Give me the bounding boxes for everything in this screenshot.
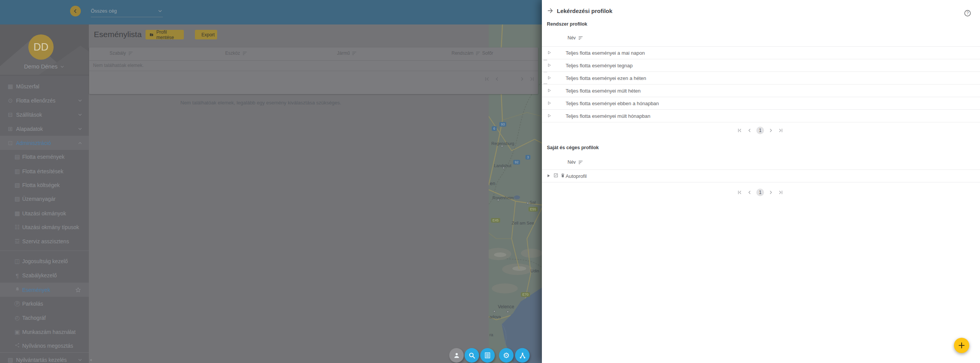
sidebar-item-tachograf[interactable]: ◴ Tachográf <box>0 311 89 325</box>
profile-row[interactable]: Teljes flotta eseményei múlt héten <box>542 85 980 97</box>
sidebar-item-nyilvanos-megosztas[interactable]: Nyílvános megosztás <box>0 339 89 353</box>
sidebar: DD Demo Dénes ▦ Műszerfal ⊙ Flotta ellen… <box>0 24 89 363</box>
sort-icon <box>578 36 583 40</box>
sidebar-item-utazasi-okmanyok[interactable]: ▩ Utazási okmányok <box>0 206 89 220</box>
profile-row[interactable]: Teljes flotta eseményei ezen a héten <box>542 72 980 85</box>
map-city-marker <box>493 310 496 313</box>
column-header-jarmu[interactable]: Jármű <box>337 50 357 56</box>
sidebar-item-flotta-ertesitesek[interactable]: ▥ Flotta értesítések <box>0 164 89 178</box>
sidebar-item-utazasi-okmany-tipusok[interactable]: ☷ Utazási okmány típusok <box>0 220 89 234</box>
dashboard-icon: ▦ <box>6 83 15 90</box>
results-list-button[interactable] <box>480 348 495 363</box>
map-settings-button[interactable]: ⚙ <box>499 348 514 363</box>
sort-icon <box>476 51 481 55</box>
search-icon <box>468 352 476 359</box>
run-profile-icon[interactable] <box>547 49 551 56</box>
profile-row[interactable]: Teljes flotta eseményei tegnap <box>542 59 980 72</box>
chevron-down-icon <box>60 64 65 69</box>
sidebar-item-nyilvantartas-kezeles[interactable]: ▧ Nyilvántartás kezelés <box>0 353 89 363</box>
last-page-button[interactable] <box>529 76 535 82</box>
page-number[interactable]: 1 <box>756 189 764 196</box>
sort-icon <box>352 51 357 55</box>
run-profile-icon[interactable] <box>547 87 551 94</box>
road-shield: E70 <box>521 292 530 297</box>
sidebar-item-uzemanyagar[interactable]: ▨ Üzemanyagár <box>0 192 89 206</box>
profile-row[interactable]: Teljes flotta eseményei a mai napon <box>542 47 980 59</box>
custom-name-column-header[interactable]: Név <box>568 160 583 165</box>
edit-icon[interactable] <box>553 173 558 179</box>
sidebar-item-jogosultsag-kezelo[interactable]: ◫ Jogosultság kezelő <box>0 254 89 268</box>
profile-row[interactable]: Autoprofil <box>542 170 980 182</box>
company-selector[interactable]: Összes cég <box>91 5 163 17</box>
run-profile-icon[interactable] <box>547 112 551 119</box>
road-shield: E55 <box>528 207 538 212</box>
run-profile-icon[interactable] <box>547 75 551 81</box>
profile-row[interactable]: Teljes flotta eseményei múlt hónapban <box>542 110 980 122</box>
save-profile-button[interactable]: Profil mentése <box>146 30 184 39</box>
user-menu[interactable]: Demo Dénes <box>0 63 89 70</box>
map-search-button[interactable] <box>465 348 479 363</box>
sidebar-item-flotta-ellenorzes[interactable]: ⊙ Flotta ellenőrzés <box>0 93 89 107</box>
sort-icon <box>128 51 133 55</box>
sidebar-item-esemenyek[interactable]: Események <box>0 283 89 297</box>
prev-page-button[interactable] <box>494 76 500 82</box>
system-profiles-label: Rendszer profilok <box>547 21 587 27</box>
sidebar-item-szabalykezelo[interactable]: ¶ Szabálykezelő <box>0 268 89 282</box>
scrollbar-left-arrow[interactable]: ◂ <box>90 357 92 362</box>
service-assistant-icon: ☲ <box>13 238 21 245</box>
next-page-button[interactable] <box>519 76 525 82</box>
page-title: Eseménylista <box>94 30 142 39</box>
prev-page-button[interactable] <box>746 189 753 195</box>
column-header-sofor[interactable]: Sofőr <box>482 50 493 56</box>
fuel-price-icon: ▨ <box>13 195 21 202</box>
profile-row[interactable]: Teljes flotta eseményei ebben a hónapban <box>542 97 980 110</box>
first-page-button[interactable] <box>736 127 743 133</box>
run-profile-icon[interactable] <box>546 173 551 179</box>
sidebar-item-muszerfal[interactable]: ▦ Műszerfal <box>0 79 89 93</box>
person-icon <box>453 352 460 359</box>
prev-page-button[interactable] <box>746 127 753 133</box>
sidebar-item-munkaszam-hasznalat[interactable]: ▣ Munkaszám használat <box>0 325 89 339</box>
page-number[interactable]: 1 <box>756 127 764 134</box>
road-shield: 92 <box>513 160 520 164</box>
sidebar-item-szerviz-asszisztens[interactable]: ☲ Szerviz asszisztens <box>0 234 89 248</box>
travel-documents-icon: ▩ <box>13 210 21 217</box>
sidebar-item-flotta-koltsegek[interactable]: ▧ Flotta költségek <box>0 178 89 192</box>
column-header-eszkoz[interactable]: Eszköz <box>225 50 247 56</box>
avatar[interactable]: DD <box>28 34 54 60</box>
custom-profiles-label: Saját és céges profilok <box>547 145 599 150</box>
share-icon <box>13 342 21 349</box>
last-page-button[interactable] <box>778 189 784 195</box>
work-number-icon: ▣ <box>13 329 21 335</box>
column-header-rendszam[interactable]: Rendszám <box>452 50 481 56</box>
sidebar-item-alapadatok[interactable]: ⊞ Alapadatok <box>0 122 89 136</box>
sidebar-item-parkolas[interactable]: Ⓟ Parkolás <box>0 296 89 311</box>
collapse-panel-button[interactable] <box>547 7 554 16</box>
sidebar-item-szallitasok[interactable]: ⊟ Szállítások <box>0 107 89 122</box>
route-button[interactable] <box>515 348 530 363</box>
add-profile-fab[interactable] <box>954 338 969 353</box>
run-profile-icon[interactable] <box>547 100 551 107</box>
column-header-szabaly[interactable]: Szabály <box>110 50 133 56</box>
last-page-button[interactable] <box>778 127 784 133</box>
favorite-star-icon[interactable] <box>75 287 81 293</box>
delete-icon[interactable] <box>560 173 565 179</box>
next-page-button[interactable] <box>768 127 774 133</box>
system-name-column-header[interactable]: Név <box>568 35 583 41</box>
back-button[interactable] <box>70 6 81 16</box>
first-page-button[interactable] <box>736 189 743 195</box>
first-page-button[interactable] <box>484 76 490 82</box>
help-button[interactable]: ? <box>964 10 971 17</box>
map-city-label: Zell am See <box>512 221 534 225</box>
run-profile-icon[interactable] <box>547 62 551 69</box>
sidebar-item-adminisztracio[interactable]: ⊡ Adminisztráció <box>0 136 89 150</box>
map-city-label: ra <box>489 332 493 337</box>
export-button[interactable]: Export <box>195 30 217 39</box>
street-view-button[interactable] <box>449 348 464 363</box>
records-icon: ▧ <box>6 356 15 363</box>
shipments-icon: ⊟ <box>6 111 15 118</box>
sidebar-item-flotta-esemenyek[interactable]: ▤ Flotta események <box>0 150 89 164</box>
next-page-button[interactable] <box>768 189 774 195</box>
map-city-label: Velence <box>498 304 514 309</box>
chevron-up-icon <box>77 140 83 146</box>
